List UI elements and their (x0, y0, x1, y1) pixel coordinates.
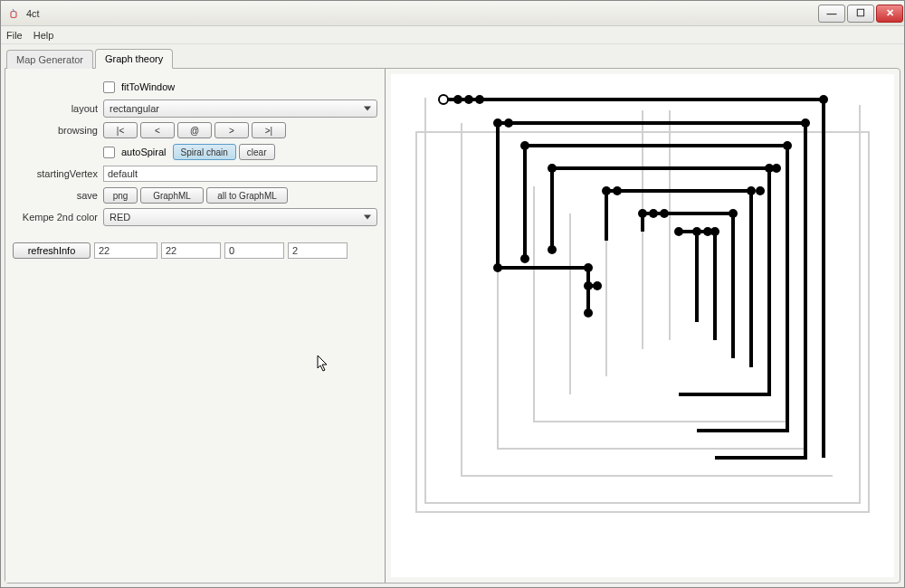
tab-graph-theory[interactable]: Graph theory (95, 49, 173, 69)
spiral-chain-button[interactable]: Spiral chain (173, 144, 236, 160)
svg-point-16 (747, 186, 756, 195)
svg-point-8 (801, 119, 810, 128)
svg-point-20 (660, 209, 669, 218)
menubar: File Help (1, 26, 904, 44)
svg-point-11 (548, 164, 557, 173)
svg-point-29 (593, 281, 602, 290)
browse-prev-button[interactable]: < (140, 122, 175, 138)
window-title: 4ct (26, 8, 817, 19)
tab-strip: Map Generator Graph theory (1, 44, 904, 68)
svg-point-32 (520, 254, 529, 263)
titlebar: 4ct — ☐ ✕ (1, 1, 904, 26)
kempe-combo[interactable]: RED (103, 208, 377, 226)
layout-combo[interactable]: rectangular (103, 100, 377, 118)
svg-point-23 (692, 227, 701, 236)
info-cell-3[interactable]: 0 (224, 242, 284, 259)
layout-label: layout (13, 103, 103, 114)
svg-point-6 (493, 119, 502, 128)
clear-button[interactable]: clear (239, 144, 275, 160)
kempe-label: Kempe 2nd color (13, 212, 103, 223)
svg-point-2 (453, 95, 462, 104)
svg-point-15 (613, 186, 622, 195)
starting-vertex-input[interactable]: default (103, 166, 377, 182)
browse-last-button[interactable]: >| (252, 122, 286, 138)
svg-point-9 (520, 141, 529, 150)
left-panel: fitToWindow layout rectangular browsing … (5, 69, 386, 583)
window-controls: — ☐ ✕ (817, 3, 904, 24)
fit-to-window-label: fitToWindow (121, 81, 175, 92)
browsing-label: browsing (13, 125, 103, 136)
svg-point-3 (464, 95, 473, 104)
svg-point-26 (493, 263, 502, 272)
browse-first-button[interactable]: |< (103, 122, 138, 138)
svg-point-22 (674, 227, 683, 236)
svg-point-18 (638, 209, 647, 218)
browse-at-button[interactable]: @ (177, 122, 212, 138)
svg-point-10 (783, 141, 792, 150)
info-cell-2[interactable]: 22 (161, 242, 221, 259)
fit-to-window-checkbox[interactable] (103, 81, 115, 93)
java-icon (6, 6, 21, 21)
save-all-graphml-button[interactable]: all to GraphML (206, 187, 288, 204)
info-cell-1[interactable]: 22 (94, 242, 157, 259)
close-button[interactable]: ✕ (876, 5, 903, 23)
svg-point-19 (649, 209, 658, 218)
svg-point-7 (504, 119, 513, 128)
svg-point-13 (772, 164, 781, 173)
auto-spiral-checkbox[interactable] (103, 147, 115, 158)
svg-point-1 (439, 95, 448, 104)
app-window: 4ct — ☐ ✕ File Help Map Generator Graph … (0, 0, 905, 588)
save-png-button[interactable]: png (103, 187, 138, 204)
svg-point-17 (756, 186, 765, 195)
save-graphml-button[interactable]: GraphML (140, 187, 204, 204)
info-row: refreshInfo 22 22 0 2 (13, 242, 377, 259)
starting-vertex-label: startingVertex (13, 168, 103, 179)
refresh-info-button[interactable]: refreshInfo (13, 242, 90, 259)
auto-spiral-label: autoSpiral (121, 147, 167, 157)
menu-help[interactable]: Help (33, 30, 54, 41)
svg-point-30 (584, 308, 593, 318)
svg-point-21 (729, 209, 738, 218)
save-label: save (13, 190, 103, 201)
content-area: fitToWindow layout rectangular browsing … (5, 68, 900, 583)
graph-canvas[interactable] (391, 74, 894, 577)
svg-point-28 (584, 281, 593, 290)
menu-file[interactable]: File (6, 30, 23, 41)
svg-point-31 (548, 245, 557, 254)
info-cell-4[interactable]: 2 (288, 242, 348, 259)
minimize-button[interactable]: — (818, 5, 845, 23)
svg-point-27 (584, 263, 593, 272)
svg-point-14 (602, 186, 611, 195)
svg-point-5 (819, 95, 828, 104)
svg-point-4 (475, 95, 484, 104)
maximize-button[interactable]: ☐ (847, 5, 874, 23)
svg-point-25 (710, 227, 719, 236)
tab-map-generator[interactable]: Map Generator (6, 50, 93, 69)
browse-next-button[interactable]: > (214, 122, 249, 138)
